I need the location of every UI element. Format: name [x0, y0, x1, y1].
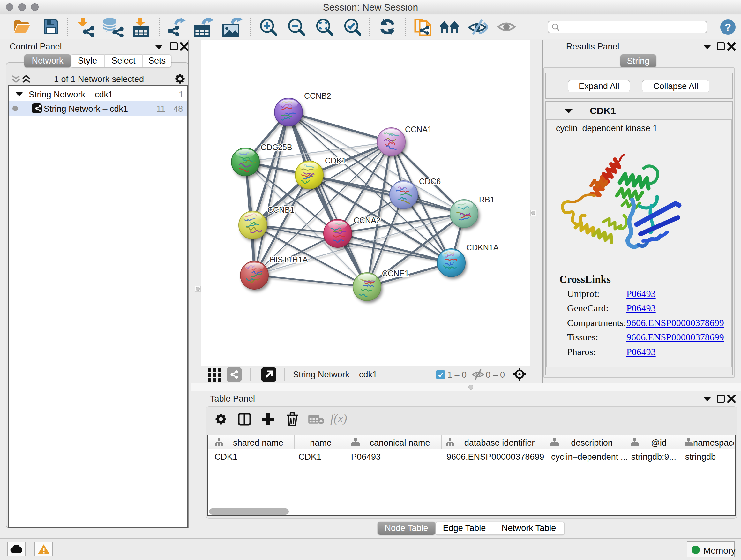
svg-text:CCNB1: CCNB1 — [267, 205, 294, 214]
svg-text:CCNE1: CCNE1 — [382, 269, 409, 278]
svg-text:CCNA1: CCNA1 — [405, 125, 432, 134]
svg-text:CDK1: CDK1 — [325, 156, 346, 165]
svg-text:CCNB2: CCNB2 — [304, 91, 331, 100]
svg-text:CDKN1A: CDKN1A — [466, 243, 499, 252]
svg-text:CCNA2: CCNA2 — [354, 216, 381, 225]
svg-text:HIST1H1A: HIST1H1A — [270, 255, 308, 264]
svg-text:CDC25B: CDC25B — [261, 143, 292, 152]
svg-text:RB1: RB1 — [479, 195, 495, 204]
svg-text:CDC6: CDC6 — [419, 177, 441, 186]
